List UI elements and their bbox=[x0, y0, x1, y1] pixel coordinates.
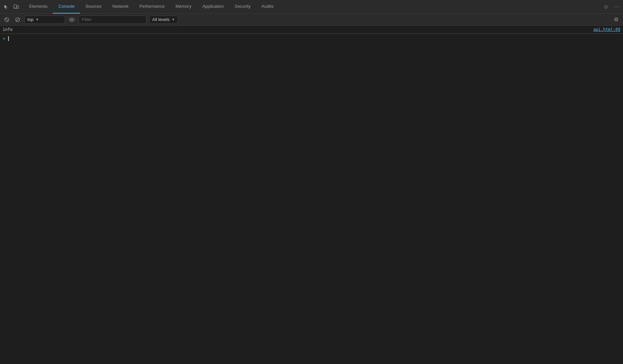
eye-icon bbox=[69, 18, 75, 22]
console-input-area[interactable]: > bbox=[0, 34, 623, 43]
tab-security[interactable]: Security bbox=[229, 0, 256, 14]
tab-console[interactable]: Console bbox=[53, 0, 80, 14]
more-tools-button[interactable]: ··· bbox=[612, 2, 622, 12]
tab-application[interactable]: Application bbox=[197, 0, 229, 14]
live-expressions-button[interactable] bbox=[68, 16, 76, 24]
console-output[interactable]: info api.html:89 > bbox=[0, 26, 623, 364]
console-prompt: > bbox=[3, 36, 5, 41]
svg-line-6 bbox=[16, 18, 19, 21]
tab-network[interactable]: Network bbox=[107, 0, 134, 14]
tab-sources[interactable]: Sources bbox=[80, 0, 107, 14]
filter-input[interactable] bbox=[79, 16, 146, 24]
log-levels-button[interactable]: All levels ▼ bbox=[149, 16, 178, 24]
tab-bar: Elements Console Sources Network Perform… bbox=[0, 0, 623, 14]
svg-line-4 bbox=[5, 18, 8, 21]
console-source-link[interactable]: api.html:89 bbox=[594, 27, 620, 32]
cursor-icon bbox=[3, 4, 9, 9]
clear-console-button[interactable] bbox=[3, 16, 11, 24]
smiley-icon: ☺ bbox=[603, 4, 609, 10]
tab-bar-right-icons: ☺ ··· bbox=[601, 2, 622, 12]
tab-performance[interactable]: Performance bbox=[134, 0, 170, 14]
tab-elements[interactable]: Elements bbox=[24, 0, 53, 14]
devtools-panel: Elements Console Sources Network Perform… bbox=[0, 0, 623, 364]
device-toolbar-button[interactable] bbox=[12, 2, 21, 12]
preserve-log-button[interactable] bbox=[14, 16, 22, 24]
svg-point-8 bbox=[71, 19, 73, 20]
context-value: top bbox=[27, 17, 34, 22]
device-icon bbox=[14, 4, 19, 9]
block-icon bbox=[15, 17, 20, 22]
console-message: info bbox=[3, 27, 13, 32]
tab-audits[interactable]: Audits bbox=[256, 0, 279, 14]
chevron-down-icon: ▼ bbox=[36, 18, 39, 21]
more-icon: ··· bbox=[614, 4, 620, 10]
settings-button[interactable]: ⚙ bbox=[612, 16, 620, 24]
console-entry: info api.html:89 bbox=[0, 26, 623, 34]
levels-label: All levels bbox=[152, 17, 169, 22]
console-input-line[interactable] bbox=[8, 36, 620, 41]
console-toolbar: top ▼ All levels ▼ ⚙ bbox=[0, 14, 623, 26]
feedback-button[interactable]: ☺ bbox=[601, 2, 611, 12]
cursor-blink bbox=[8, 36, 9, 41]
tabs-list: Elements Console Sources Network Perform… bbox=[24, 0, 601, 14]
svg-rect-1 bbox=[17, 6, 19, 8]
tab-memory[interactable]: Memory bbox=[170, 0, 197, 14]
clear-icon bbox=[4, 17, 9, 22]
levels-chevron-icon: ▼ bbox=[172, 18, 175, 21]
tab-bar-left-icons bbox=[1, 2, 21, 12]
gear-icon: ⚙ bbox=[614, 16, 619, 23]
svg-point-7 bbox=[69, 18, 74, 21]
context-selector[interactable]: top ▼ bbox=[24, 16, 65, 24]
cursor-select-button[interactable] bbox=[1, 2, 11, 12]
